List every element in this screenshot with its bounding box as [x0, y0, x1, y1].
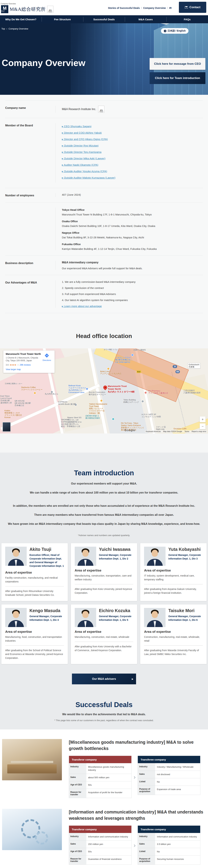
member-photo [75, 608, 96, 627]
contact-button[interactable]: Contact [179, 2, 206, 13]
site-logo[interactable]: M Research Institute M&A総合研究所 JPX PRIME [1, 5, 54, 13]
directions-button[interactable]: Directions [41, 352, 52, 362]
board-member-link[interactable]: Outside Director Toru Kamiyama [62, 151, 101, 153]
view-larger-map-link[interactable]: View larger map [6, 368, 21, 371]
board-member-link[interactable]: Outside Auditor Makoto Kumazawa (Lawyer) [62, 176, 115, 179]
poi-cafe-icon[interactable] [34, 392, 36, 394]
jpx-prime-badge: JPX PRIME [47, 6, 54, 13]
map-report-error-link[interactable]: Report a map error [192, 431, 206, 432]
team-intro-line: We have grown into an M&A intermediary c… [5, 522, 203, 526]
map-poi-label[interactable]: Kokkio 韓国酒場コッキオ グランスタ八重北店 Korean [4, 409, 22, 418]
nav-fee-structure[interactable]: Fee Structure [42, 15, 83, 23]
map-terms-link[interactable]: Terms [184, 431, 189, 432]
board-member-link[interactable]: Director and COO Akihiro Yabuki [62, 131, 102, 134]
member-photo [144, 608, 166, 627]
map-poi-label-head-office[interactable]: Marunouchi Trust Tower North 丸の内トラストタワーN… [108, 385, 135, 393]
cell-value: 50s [86, 848, 131, 855]
transferor-table: Transferor company IndustryInformation a… [69, 826, 132, 865]
expertise-heading: Area of expertise [75, 630, 134, 633]
poi-building-icon[interactable] [51, 391, 53, 393]
map-zoom-in-button[interactable]: + [200, 416, 206, 422]
transferor-header: Transferor company [69, 756, 131, 763]
poi-landmark-icon[interactable] [112, 418, 114, 420]
map-poi-label[interactable]: Ain Pharmacy アイン薬局 八重洲口店 [148, 390, 168, 394]
poi-pharmacy-icon[interactable] [145, 392, 146, 394]
cell-value: Guarantee of financial soundness [86, 856, 131, 865]
learn-more-advantage-link[interactable]: Learn more about our advantage [62, 305, 102, 308]
breadcrumb-top[interactable]: Top [1, 27, 5, 30]
keyboard-shortcuts-link[interactable]: Keyboard shortcuts [146, 431, 161, 432]
map-poi-label[interactable]: スナック花 Night club [156, 426, 166, 430]
map-poi-label[interactable]: ㈱タナベ経営 SP コンサルティング本部 [141, 413, 161, 418]
map-poi-label[interactable]: Starbucks Coffee スターバックスコーヒー [21, 386, 42, 391]
nav-faqs[interactable]: FAQs [166, 15, 208, 23]
member-bio: After graduating from the School of Poli… [5, 648, 64, 660]
section-heading-location: Head office location [0, 333, 208, 339]
poi-store-icon[interactable] [86, 388, 88, 390]
google-map[interactable]: 日本橋口通路ロッカー Starbucks Coffee スターバックスコーヒー … [0, 348, 208, 433]
nav-why-chosen[interactable]: Why Do We Get Chosen? [0, 15, 42, 23]
map-poi-label[interactable]: Yakitori Haretsubame Trust Tower 焼鳥 ハレツバ… [89, 403, 107, 414]
map-poi-label[interactable]: 日本橋口通路ロッカー [5, 382, 22, 385]
map-poi-label[interactable]: Tekko Building 鉄鋼ビルディング [124, 399, 139, 403]
member-bio: After graduating from Ritsumeikan Univer… [5, 589, 64, 597]
map-poi-label[interactable]: Bellmart Kiosk ベルマートキヨスク 丸の内中央ビル Conveni… [68, 384, 86, 394]
map-poi-label[interactable]: Asian Lunch アジアンランチ丸の内店 [100, 370, 122, 375]
logo-name: M&A総合研究所 [10, 6, 46, 12]
board-member-link[interactable]: Director and CFO Hikaru Ogino (CPA) [62, 138, 108, 141]
map-poi-label[interactable]: SAGAWA EXPRESS TOKYO... 佐川急便 東京手ぶら 観光・手荷… [61, 418, 80, 428]
member-name: Yuta Kobayashi [168, 547, 203, 552]
table-row: Number of employees 407 (June 2024) [5, 188, 203, 203]
nav-successful-deals[interactable]: Successful Deals [83, 15, 125, 23]
team-introduction-section: Team introduction Our experienced member… [0, 453, 208, 730]
header-link-company-overview[interactable]: Company Overview [143, 7, 166, 9]
language-switcher[interactable]: 日本語 / English [161, 28, 188, 34]
chevron-right-icon: › [133, 842, 136, 848]
nav-ma-cases[interactable]: M&A Cases [125, 15, 166, 23]
board-member-link[interactable]: Outside Auditor Yosuke Azuma (CPA) [62, 170, 107, 173]
map-poi-label[interactable]: トヨタレンタカー 東京駅日本橋口店… Car rental agency [115, 356, 132, 363]
board-member-link[interactable]: Outside Director Ryo Mizutani [62, 144, 99, 147]
street-view-thumbnail[interactable] [2, 422, 11, 432]
team-intro-line: In addition, the members who are enrolle… [5, 504, 203, 508]
poi-cafe-icon[interactable] [107, 368, 109, 370]
page-mini-title: Company Overview [1, 3, 16, 5]
cta-message-from-ceo[interactable]: Click here for message from CEO [149, 58, 205, 70]
company-info-section: Company name M&A Research Institute Inc.… [0, 95, 208, 320]
board-member-link[interactable]: CEO Shunsaku Sagami [62, 125, 91, 128]
office-address: Osaka Daiichi Seimei Building 10F, 1-8-1… [62, 224, 203, 227]
header-link-ir[interactable]: IR [169, 7, 172, 9]
map-poi-label[interactable]: Excelsior Caffé [174, 428, 186, 430]
map-poi-label[interactable]: QB HOUSE QB HOUSE 東京駅 日本橋口店 [14, 400, 31, 407]
section-heading-successful-deals: Successful Deals [0, 701, 208, 709]
board-member-list: CEO Shunsaku Sagami Director and COO Aki… [62, 125, 203, 179]
reviews-link[interactable]: 296 reviews [20, 364, 31, 366]
member-title: Executive Officer, Head of Corporate Inf… [30, 553, 64, 568]
cta-team-introduction[interactable]: Click here for Team introduction [149, 72, 205, 84]
poi-car-rental-icon[interactable] [132, 354, 133, 356]
board-member-link[interactable]: Auditor Naoki Okamoto (CPA) [62, 163, 98, 166]
board-member-link[interactable]: Outside Director Mika Aoki (Lawyer) [62, 157, 105, 160]
map-poi-label[interactable]: 丸の内中央ビル [45, 393, 58, 395]
map-poi-label[interactable]: タワーN館 トイレ [104, 348, 118, 351]
map-poi-label[interactable]: 三井住友銀行 八重洲呉服橋出張所 [183, 390, 201, 394]
poi-restaurant-icon[interactable] [101, 400, 102, 402]
top-header: Company Overview M Research Institute M&… [0, 0, 208, 15]
map-poi-label[interactable]: Aus-be Corporation 株式会社オースビー [89, 391, 106, 396]
breadcrumb: Top › Company Overview [1, 27, 28, 30]
header-link-successful-deals[interactable]: Stories of Successful Deals [108, 7, 140, 9]
poi-building-icon[interactable] [142, 401, 143, 402]
our-ma-advisers-button[interactable]: Our M&A advisers ▶ [72, 674, 136, 684]
map-zoom-out-button[interactable]: − [200, 424, 206, 429]
map-poi-label[interactable]: 鉄鋼ビル郵便局 [134, 349, 146, 351]
map-place-label[interactable]: Gofukubashi 呉服橋 [187, 363, 200, 369]
member-name: Yuichi Iwasawa [99, 547, 134, 552]
member-name: Akito Tsuji [30, 547, 64, 552]
map-poi-label[interactable]: 北町奉行所跡【 東京都指定旧跡】 [85, 415, 101, 419]
member-photo [144, 547, 166, 566]
head-office-location-section: Head office location 日本橋口通路ロッカー Starbuck… [0, 320, 208, 453]
map-poi-label[interactable]: EXPRESS WORK-Booth 東京駅 [58, 401, 76, 405]
map-poi-label[interactable]: East Tokyo Lost & Found 日本東京駅 遺失物承り所 [0, 395, 12, 404]
member-title: General Manager, Corporate Information D… [99, 553, 134, 561]
row-label: Number of employees [5, 193, 56, 197]
